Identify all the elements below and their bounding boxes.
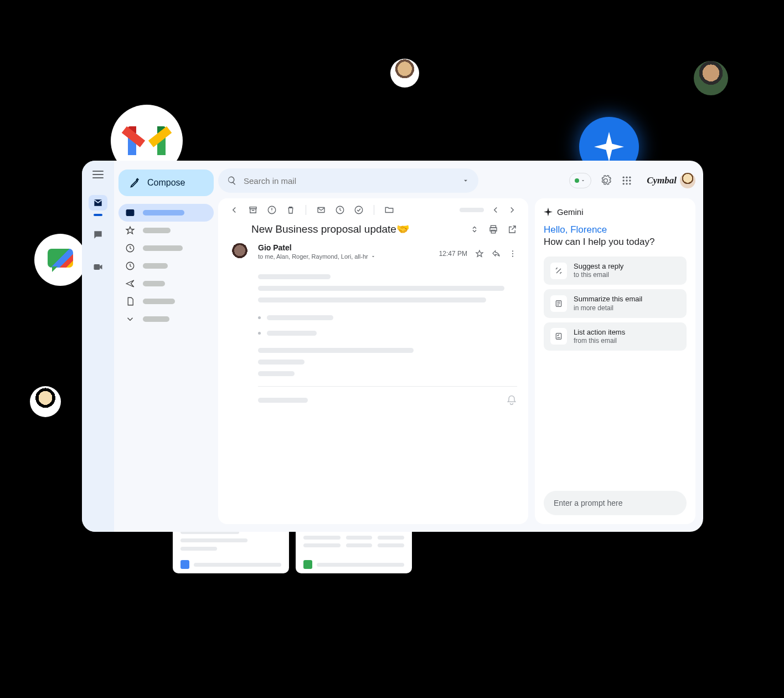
mark-unread-icon[interactable] [316, 205, 326, 215]
gemini-greeting: Hello, Florence [544, 224, 687, 235]
floating-avatar [30, 386, 61, 417]
user-avatar[interactable] [680, 173, 695, 188]
folder-sidebar: Compose [114, 161, 218, 532]
search-icon [227, 176, 237, 186]
folder-more[interactable] [118, 310, 214, 328]
compose-button[interactable]: Compose [118, 170, 214, 196]
gmail-window: Compose [82, 161, 703, 532]
svg-point-23 [512, 256, 513, 257]
svg-rect-20 [491, 230, 496, 233]
folder-drafts[interactable] [118, 292, 214, 310]
summary-icon [554, 299, 563, 308]
email-body [258, 274, 517, 376]
open-new-icon[interactable] [507, 224, 517, 234]
top-bar: Cymbal [218, 168, 695, 193]
gemini-title: Gemini [557, 207, 584, 217]
snooze-icon[interactable] [335, 205, 345, 215]
svg-point-22 [512, 253, 513, 254]
suggestion-summarize[interactable]: Summarize this emailin more detail [544, 289, 687, 317]
status-active-icon [575, 178, 579, 183]
folder-starred[interactable] [118, 222, 214, 239]
svg-rect-0 [94, 264, 100, 270]
google-chat-icon [48, 249, 73, 271]
svg-point-21 [512, 250, 513, 252]
back-icon[interactable] [229, 205, 239, 215]
svg-point-11 [626, 183, 627, 184]
suggestion-actions[interactable]: List action itemsfrom this email [544, 322, 687, 351]
svg-point-8 [626, 179, 627, 181]
star-icon [125, 225, 135, 235]
gemini-spark-icon [594, 132, 624, 162]
gear-icon [600, 175, 611, 186]
expand-icon[interactable] [470, 224, 479, 234]
search-input[interactable] [244, 176, 455, 186]
folder-inbox[interactable] [118, 204, 214, 222]
gemini-subgreeting: How can I help you today? [544, 237, 687, 248]
reactions-icon[interactable] [506, 394, 517, 406]
print-icon[interactable] [488, 224, 498, 234]
sender-row: Gio Patel to me, Alan, Roger, Raymond, L… [229, 243, 517, 264]
rail-chat[interactable] [89, 227, 107, 243]
clock-icon [125, 261, 135, 271]
email-time: 12:47 PM [439, 250, 467, 258]
svg-rect-25 [556, 333, 561, 340]
floating-avatar [390, 59, 419, 88]
status-chip[interactable] [569, 173, 591, 188]
app-rail [82, 161, 114, 532]
add-task-icon[interactable] [354, 205, 364, 215]
floating-avatar [694, 61, 728, 95]
chevron-down-icon [125, 314, 135, 324]
apps-button[interactable] [620, 174, 633, 187]
chat-logo-bubble [34, 234, 86, 286]
svg-point-7 [623, 179, 625, 181]
svg-point-4 [623, 177, 625, 178]
menu-icon[interactable] [92, 171, 104, 178]
caret-down-icon[interactable] [370, 254, 376, 259]
suggestion-reply[interactable]: Suggest a replyto this email [544, 256, 687, 285]
next-icon[interactable] [507, 205, 517, 215]
email-toolbar [229, 205, 517, 215]
gemini-spark-icon [544, 208, 553, 217]
caret-down-icon [580, 178, 586, 183]
sender-name: Gio Patel [258, 243, 431, 252]
move-icon[interactable] [384, 205, 394, 215]
google-sheets-icon [303, 560, 312, 569]
gmail-icon [128, 126, 166, 155]
settings-button[interactable] [599, 174, 612, 187]
prev-icon[interactable] [491, 205, 501, 215]
inbox-icon [125, 208, 135, 218]
clock-icon [125, 243, 135, 253]
svg-point-17 [355, 206, 363, 214]
email-subject: New Business proposal update🤝 [251, 223, 410, 235]
sender-avatar[interactable] [229, 243, 250, 264]
search-bar[interactable] [218, 168, 478, 193]
more-icon[interactable] [508, 249, 517, 258]
folder-item[interactable] [118, 257, 214, 275]
rail-meet[interactable] [89, 259, 107, 275]
svg-point-10 [623, 183, 625, 184]
delete-icon[interactable] [286, 205, 296, 215]
checklist-icon [554, 332, 563, 341]
star-icon[interactable] [475, 249, 484, 258]
compose-label: Compose [147, 178, 185, 188]
svg-point-12 [629, 183, 631, 184]
org-name: Cymbal [647, 175, 677, 186]
svg-point-6 [629, 177, 631, 178]
gemini-panel: Gemini Hello, Florence How can I help yo… [535, 198, 695, 524]
caret-down-icon[interactable] [462, 177, 470, 184]
recipients-text: to me, Alan, Roger, Raymond, Lori, all-h… [258, 253, 368, 260]
archive-icon[interactable] [248, 205, 258, 215]
file-icon [125, 296, 135, 306]
google-docs-icon [180, 560, 189, 569]
org-brand[interactable]: Cymbal [647, 173, 695, 188]
folder-sent[interactable] [118, 275, 214, 292]
pagination-info [460, 208, 484, 212]
report-icon[interactable] [267, 205, 277, 215]
svg-rect-1 [126, 210, 134, 216]
gemini-prompt-input[interactable]: Enter a prompt here [544, 491, 687, 515]
rail-mail[interactable] [89, 195, 107, 211]
email-pane: New Business proposal update🤝 Gio Patel … [218, 198, 528, 524]
reply-icon[interactable] [492, 249, 501, 258]
folder-snoozed[interactable] [118, 239, 214, 257]
send-icon [125, 279, 135, 289]
